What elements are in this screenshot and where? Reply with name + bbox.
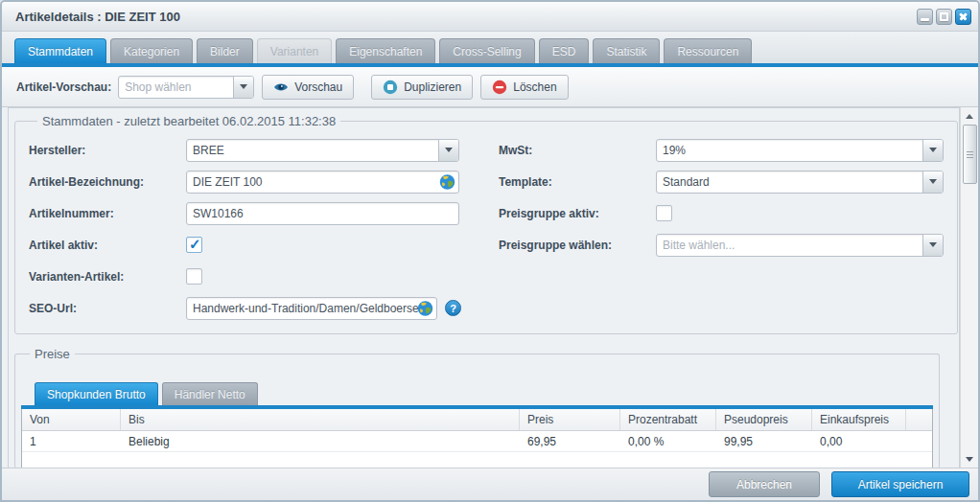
template-row: Template:	[499, 166, 944, 197]
bezeichnung-label: Artikel-Bezeichnung:	[29, 175, 186, 189]
cell-von: 1	[22, 431, 121, 451]
price-grid-header: Von Bis Preis Prozentrabatt Pseudopreis …	[22, 409, 932, 431]
form-panel: Stammdaten - zuletzt bearbeitet 06.02.20…	[8, 107, 960, 468]
bezeichnung-row: Artikel-Bezeichnung:	[29, 166, 476, 197]
artikelnummer-input[interactable]	[186, 202, 459, 225]
tab-ressourcen[interactable]: Ressourcen	[664, 38, 752, 63]
window-title: Artikeldetails : DIE ZEIT 100	[15, 10, 914, 24]
preisgruppe-input[interactable]	[657, 235, 922, 256]
delete-button-label: Löschen	[513, 80, 556, 94]
globe-translate-icon[interactable]	[417, 300, 433, 316]
chevron-down-icon	[445, 148, 453, 152]
vertical-scrollbar[interactable]	[960, 107, 978, 468]
duplicate-button[interactable]: Duplizieren	[371, 75, 473, 100]
shop-select-combobox[interactable]	[118, 76, 254, 99]
preisgruppe-waehlen-row: Preisgruppe wählen:	[499, 229, 944, 261]
column-header-prozentrabatt[interactable]: Prozentrabatt	[620, 409, 716, 430]
arrow-up-icon	[966, 114, 973, 119]
tab-cross-selling[interactable]: Cross-Selling	[439, 38, 534, 63]
stammdaten-fieldset: Stammdaten - zuletzt bearbeitet 06.02.20…	[14, 114, 958, 334]
eye-icon	[273, 80, 289, 95]
price-tab-shopkunden-brutto[interactable]: Shopkunden Brutto	[35, 382, 158, 405]
seo-url-label: SEO-Url:	[29, 302, 186, 315]
preise-fieldset: Preise Shopkunden Brutto Händler Netto V…	[14, 347, 940, 468]
bezeichnung-input[interactable]	[186, 171, 459, 194]
tab-esd[interactable]: ESD	[539, 38, 590, 63]
cell-bis: Beliebig	[121, 431, 520, 451]
scroll-down-button[interactable]	[963, 453, 977, 466]
shop-select-input[interactable]	[119, 77, 233, 98]
duplicate-icon	[383, 80, 398, 95]
tab-eigenschaften[interactable]: Eigenschaften	[336, 38, 435, 63]
preisgruppe-aktiv-checkbox[interactable]	[656, 205, 672, 221]
column-header-bis[interactable]: Bis	[121, 409, 520, 430]
artikel-aktiv-row: Artikel aktiv:	[29, 229, 476, 261]
chevron-down-icon	[240, 84, 247, 89]
mwst-input[interactable]	[657, 140, 922, 161]
chevron-down-icon	[929, 179, 937, 184]
tab-stammdaten[interactable]: Stammdaten	[14, 38, 106, 63]
mwst-row: MwSt:	[499, 134, 944, 166]
column-header-einkaufspreis[interactable]: Einkaufspreis	[812, 409, 906, 430]
hersteller-combobox[interactable]	[186, 139, 459, 162]
stammdaten-legend: Stammdaten - zuletzt bearbeitet 06.02.20…	[37, 114, 340, 128]
template-input[interactable]	[657, 171, 922, 193]
mwst-trigger[interactable]	[922, 140, 943, 161]
seo-url-input[interactable]	[186, 297, 437, 320]
preisgruppe-trigger[interactable]	[922, 235, 943, 256]
toolbar: Artikel-Vorschau: Vorschau Duplizieren	[2, 67, 978, 107]
hersteller-input[interactable]	[187, 140, 438, 161]
hersteller-row: Hersteller:	[29, 134, 476, 166]
hersteller-label: Hersteller:	[29, 144, 186, 157]
tab-statistik[interactable]: Statistik	[593, 38, 660, 63]
artikel-aktiv-checkbox[interactable]	[186, 237, 202, 253]
help-icon[interactable]: ?	[445, 300, 461, 316]
duplicate-button-label: Duplizieren	[404, 80, 461, 94]
cell-einkaufspreis: 0,00	[812, 431, 906, 451]
seo-url-row: SEO-Url: ?	[29, 292, 476, 324]
preise-legend: Preise	[30, 347, 75, 361]
preview-label: Artikel-Vorschau:	[16, 80, 111, 94]
globe-translate-icon[interactable]	[439, 173, 455, 190]
preisgruppe-waehlen-label: Preisgruppe wählen:	[499, 239, 656, 252]
tab-varianten: Varianten	[257, 38, 332, 63]
minimize-button[interactable]	[917, 9, 933, 25]
artikelnummer-row: Artikelnummer:	[29, 197, 476, 229]
mwst-combobox[interactable]	[656, 139, 944, 162]
close-button[interactable]	[955, 9, 971, 25]
cell-actions	[906, 431, 932, 451]
delete-button[interactable]: Löschen	[480, 75, 568, 100]
price-tab-haendler-netto[interactable]: Händler Netto	[162, 382, 258, 405]
mwst-label: MwSt:	[499, 144, 656, 157]
varianten-artikel-checkbox[interactable]	[186, 268, 202, 285]
column-header-pseudopreis[interactable]: Pseudopreis	[716, 409, 812, 430]
artikelnummer-label: Artikelnummer:	[29, 207, 186, 220]
tab-kategorien[interactable]: Kategorien	[110, 38, 193, 63]
scroll-up-button[interactable]	[963, 110, 977, 123]
footer-bar: Abbrechen Artikel speichern	[2, 468, 978, 500]
column-header-preis[interactable]: Preis	[520, 409, 620, 430]
price-tab-strip: Shopkunden Brutto Händler Netto	[35, 382, 933, 405]
price-grid: Von Bis Preis Prozentrabatt Pseudopreis …	[21, 409, 933, 468]
cancel-button[interactable]: Abbrechen	[709, 471, 820, 497]
arrow-down-icon	[966, 457, 973, 462]
content-area: Stammdaten - zuletzt bearbeitet 06.02.20…	[2, 107, 978, 468]
maximize-button[interactable]	[936, 9, 952, 25]
template-trigger[interactable]	[922, 171, 943, 193]
tab-strip: Stammdaten Kategorien Bilder Varianten E…	[2, 32, 978, 67]
tab-bilder[interactable]: Bilder	[197, 38, 253, 63]
shop-select-trigger[interactable]	[233, 77, 253, 98]
save-article-button[interactable]: Artikel speichern	[831, 471, 969, 497]
hersteller-trigger[interactable]	[438, 140, 458, 161]
chevron-down-icon	[929, 242, 937, 247]
preview-button[interactable]: Vorschau	[262, 75, 354, 100]
template-combobox[interactable]	[656, 171, 944, 194]
price-table-row[interactable]: 1 Beliebig 69,95 0,00 % 99,95 0,00	[22, 431, 932, 452]
varianten-artikel-label: Varianten-Artikel:	[29, 270, 186, 284]
scrollbar-thumb[interactable]	[963, 125, 977, 184]
preisgruppe-combobox[interactable]	[656, 234, 944, 257]
cell-pseudopreis: 99,95	[716, 431, 812, 451]
chevron-down-icon	[929, 148, 937, 152]
preisgruppe-aktiv-row: Preisgruppe aktiv:	[499, 197, 944, 229]
column-header-von[interactable]: Von	[22, 409, 121, 430]
